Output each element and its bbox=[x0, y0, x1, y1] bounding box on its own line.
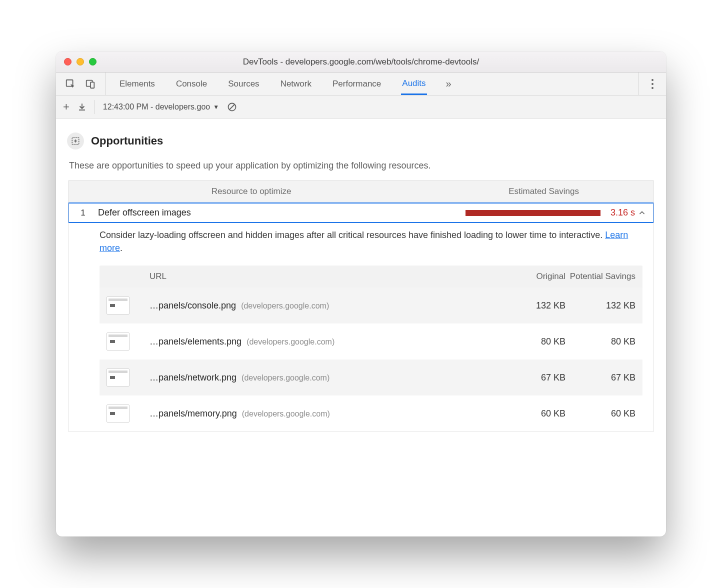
tab-audits[interactable]: Audits bbox=[401, 73, 426, 95]
resource-thumbnail bbox=[106, 296, 130, 314]
opportunity-index: 1 bbox=[74, 208, 92, 218]
resource-url-host: (developers.google.com) bbox=[246, 338, 334, 346]
opportunity-desc-text: Consider lazy-loading offscreen and hidd… bbox=[100, 230, 605, 240]
resource-table-header: URL Original Potential Savings bbox=[100, 266, 642, 288]
opportunity-name: Defer offscreen images bbox=[92, 208, 466, 218]
resource-original-size: 132 KB bbox=[500, 300, 566, 311]
col-savings-header: Estimated Savings bbox=[434, 180, 654, 202]
tab-network[interactable]: Network bbox=[280, 74, 312, 94]
svg-rect-2 bbox=[90, 82, 94, 88]
tab-elements[interactable]: Elements bbox=[118, 74, 156, 94]
resource-original-size: 80 KB bbox=[500, 336, 566, 347]
resource-url-path: …panels/memory.png bbox=[150, 408, 237, 419]
chevron-up-icon[interactable] bbox=[638, 209, 646, 217]
resource-thumbnail bbox=[106, 404, 130, 422]
tab-sources[interactable]: Sources bbox=[227, 74, 260, 94]
devtools-window: DevTools - developers.google.com/web/too… bbox=[56, 52, 666, 536]
resource-original-size: 60 KB bbox=[500, 408, 566, 419]
resource-row[interactable]: …panels/memory.png(developers.google.com… bbox=[100, 396, 642, 432]
opportunities-header: Resource to optimize Estimated Savings bbox=[68, 180, 654, 203]
tab-console[interactable]: Console bbox=[175, 74, 208, 94]
resource-potential-savings: 67 KB bbox=[566, 372, 636, 383]
savings-bar bbox=[466, 210, 600, 216]
audit-select-dropdown[interactable]: 12:43:00 PM - developers.goo ▼ bbox=[103, 102, 219, 112]
opportunities-icon bbox=[67, 132, 84, 150]
resource-row[interactable]: …panels/network.png(developers.google.co… bbox=[100, 360, 642, 396]
opportunity-description: Consider lazy-loading offscreen and hidd… bbox=[68, 222, 654, 256]
clear-audit-icon[interactable] bbox=[227, 102, 237, 112]
separator bbox=[94, 100, 95, 114]
resource-table: URL Original Potential Savings …panels/c… bbox=[100, 266, 642, 432]
close-window-button[interactable] bbox=[64, 58, 72, 66]
col-url-header: URL bbox=[136, 272, 500, 282]
window-title: DevTools - developers.google.com/web/too… bbox=[56, 57, 666, 67]
section-title: Opportunities bbox=[91, 134, 163, 148]
resource-url-host: (developers.google.com) bbox=[241, 302, 329, 310]
section-description: These are opportunities to speed up your… bbox=[69, 160, 655, 171]
section-heading: Opportunities bbox=[67, 132, 655, 150]
resource-url-host: (developers.google.com) bbox=[242, 374, 330, 382]
resource-url-path: …panels/elements.png bbox=[150, 336, 242, 347]
col-original-header: Original bbox=[500, 272, 566, 282]
resource-potential-savings: 132 KB bbox=[566, 300, 636, 311]
resource-row[interactable]: …panels/console.png(developers.google.co… bbox=[100, 288, 642, 324]
resource-thumbnail bbox=[106, 368, 130, 386]
new-audit-icon[interactable]: + bbox=[63, 100, 70, 114]
resource-potential-savings: 80 KB bbox=[566, 336, 636, 347]
panel-tabbar: Elements Console Sources Network Perform… bbox=[56, 72, 666, 96]
panel-tabs: Elements Console Sources Network Perform… bbox=[106, 72, 638, 95]
kebab-menu-icon[interactable] bbox=[651, 78, 654, 90]
tab-performance[interactable]: Performance bbox=[332, 74, 382, 94]
audits-content: Opportunities These are opportunities to… bbox=[56, 118, 666, 536]
inspect-toolbar bbox=[56, 72, 106, 95]
resource-potential-savings: 60 KB bbox=[566, 408, 636, 419]
resource-url-path: …panels/network.png bbox=[150, 372, 236, 383]
opportunities-card: Resource to optimize Estimated Savings 1… bbox=[68, 180, 654, 432]
svg-point-5 bbox=[652, 87, 654, 89]
savings-value: 3.16 s bbox=[610, 208, 635, 218]
minimize-window-button[interactable] bbox=[76, 58, 84, 66]
resource-original-size: 67 KB bbox=[500, 372, 566, 383]
device-toolbar-icon[interactable] bbox=[85, 78, 96, 90]
audit-select-label: 12:43:00 PM - developers.goo bbox=[103, 102, 210, 112]
svg-point-3 bbox=[652, 79, 654, 81]
resource-row[interactable]: …panels/elements.png(developers.google.c… bbox=[100, 324, 642, 360]
col-resource-header: Resource to optimize bbox=[68, 180, 434, 202]
titlebar: DevTools - developers.google.com/web/too… bbox=[56, 52, 666, 72]
chevron-down-icon: ▼ bbox=[213, 104, 219, 110]
more-tabs-icon[interactable]: » bbox=[446, 78, 452, 90]
resource-url-host: (developers.google.com) bbox=[242, 410, 330, 418]
download-report-icon[interactable] bbox=[78, 102, 86, 112]
inspect-element-icon[interactable] bbox=[65, 78, 76, 90]
traffic-lights bbox=[56, 58, 96, 66]
resource-thumbnail bbox=[106, 332, 130, 350]
svg-point-4 bbox=[652, 83, 654, 85]
opportunity-row[interactable]: 1 Defer offscreen images 3.16 s bbox=[68, 202, 654, 223]
audits-toolbar: + 12:43:00 PM - developers.goo ▼ bbox=[56, 96, 666, 118]
col-potential-savings-header: Potential Savings bbox=[566, 272, 636, 282]
zoom-window-button[interactable] bbox=[89, 58, 96, 66]
resource-url-path: …panels/console.png bbox=[150, 300, 236, 311]
